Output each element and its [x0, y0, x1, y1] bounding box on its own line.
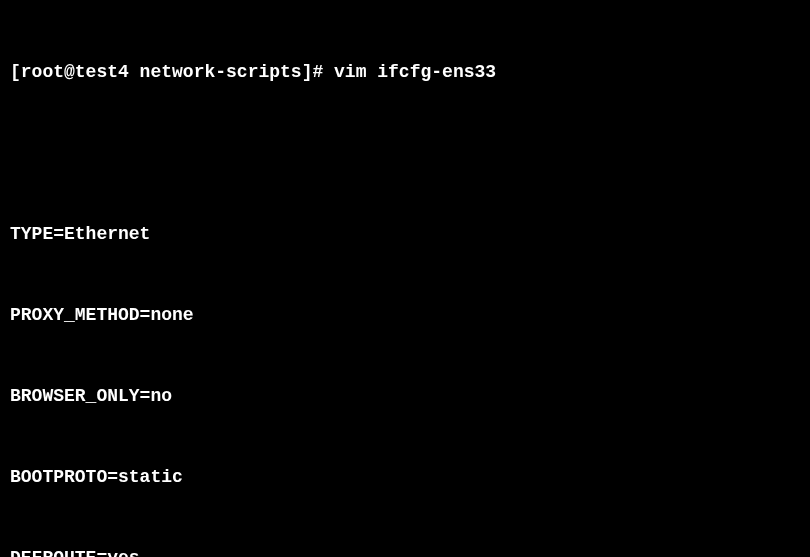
shell-command: vim ifcfg-ens33 — [334, 62, 496, 82]
shell-prompt-line: [root@test4 network-scripts]# vim ifcfg-… — [10, 59, 800, 86]
config-line: TYPE=Ethernet — [10, 221, 800, 248]
shell-prompt: [root@test4 network-scripts]# — [10, 62, 334, 82]
config-line: DEFROUTE=yes — [10, 545, 800, 557]
config-line: BOOTPROTO=static — [10, 464, 800, 491]
config-line: BROWSER_ONLY=no — [10, 383, 800, 410]
file-content: TYPE=Ethernet PROXY_METHOD=none BROWSER_… — [10, 167, 800, 557]
config-line: PROXY_METHOD=none — [10, 302, 800, 329]
terminal[interactable]: [root@test4 network-scripts]# vim ifcfg-… — [10, 5, 800, 557]
